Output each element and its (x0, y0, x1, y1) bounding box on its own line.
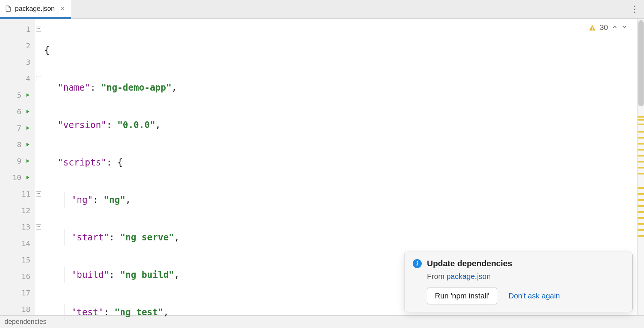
gutter-line[interactable]: 3 (0, 54, 34, 70)
gutter-line[interactable]: 6 (0, 103, 34, 120)
gutter-line[interactable]: 10 (0, 169, 34, 186)
run-icon[interactable] (25, 158, 30, 164)
fold-toggle[interactable] (36, 191, 41, 197)
close-icon[interactable]: ✕ (60, 5, 65, 12)
run-icon[interactable] (25, 109, 30, 114)
gutter-line[interactable]: 16 (0, 268, 34, 285)
tab-bar: package.json ✕ (0, 0, 644, 19)
gutter-line[interactable]: 11 (0, 186, 34, 202)
gutter-line[interactable]: 14 (0, 235, 34, 252)
update-deps-popup: i Update dependencies From package.json … (404, 252, 633, 312)
gutter-line[interactable]: 5 (0, 87, 34, 103)
fold-column (34, 19, 43, 315)
popup-subtitle: From package.json (427, 272, 624, 281)
run-icon[interactable] (25, 92, 30, 98)
tab-package-json[interactable]: package.json ✕ (0, 0, 71, 19)
svg-point-2 (634, 12, 635, 13)
dont-ask-again-link[interactable]: Don't ask again (508, 292, 560, 300)
run-npm-install-button[interactable]: Run 'npm install' (427, 288, 497, 304)
scroll-thumb[interactable] (638, 20, 644, 106)
fold-toggle[interactable] (36, 76, 41, 81)
run-icon[interactable] (25, 125, 30, 131)
gutter-line[interactable]: 12 (0, 202, 34, 219)
gutter-line[interactable]: 1 (0, 21, 34, 37)
run-icon[interactable] (25, 175, 30, 180)
fold-toggle[interactable] (36, 27, 41, 32)
svg-point-1 (634, 9, 635, 10)
tab-more-button[interactable] (625, 0, 644, 18)
popup-file-link[interactable]: package.json (446, 272, 491, 280)
scrollbar[interactable] (637, 19, 644, 315)
popup-title: Update dependencies (427, 259, 512, 268)
gutter-line[interactable]: 17 (0, 285, 34, 301)
gutter-line[interactable]: 2 (0, 37, 34, 54)
svg-point-0 (634, 6, 635, 7)
fold-toggle[interactable] (36, 224, 41, 230)
gutter-line[interactable]: 13 (0, 219, 34, 235)
tab-label: package.json (15, 5, 55, 13)
gutter-line[interactable]: 8 (0, 136, 34, 153)
info-icon: i (413, 259, 422, 268)
json-file-icon (4, 5, 12, 12)
run-icon[interactable] (25, 142, 30, 147)
gutter: 123456789101112131415161718 (0, 19, 34, 315)
gutter-line[interactable]: 9 (0, 153, 34, 169)
gutter-line[interactable]: 15 (0, 252, 34, 268)
gutter-line[interactable]: 7 (0, 120, 34, 136)
gutter-line[interactable]: 18 (0, 301, 34, 318)
breadcrumb[interactable]: dependencies (4, 318, 46, 326)
gutter-line[interactable]: 4 (0, 70, 34, 87)
